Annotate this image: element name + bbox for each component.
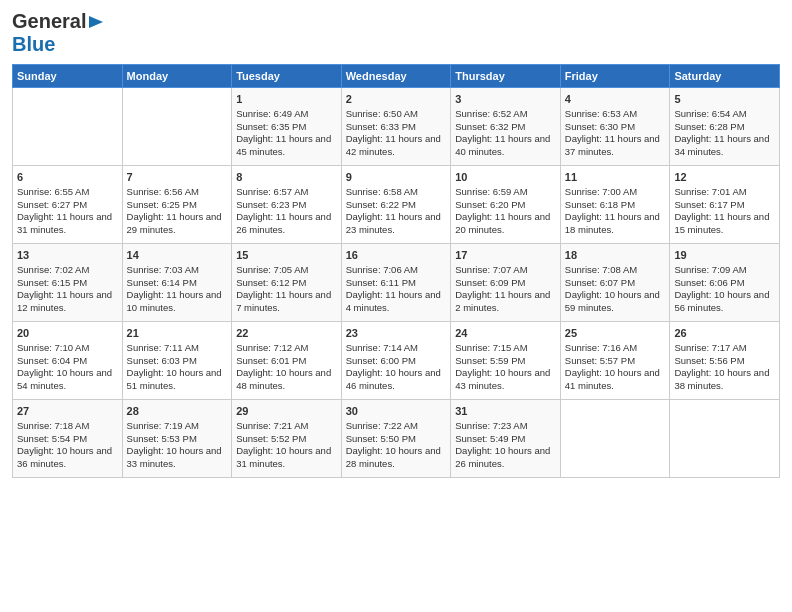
column-header-friday: Friday [560, 65, 670, 88]
calendar-cell: 20Sunrise: 7:10 AMSunset: 6:04 PMDayligh… [13, 322, 123, 400]
day-info: Sunrise: 7:11 AM [127, 342, 228, 355]
day-info: Sunset: 6:33 PM [346, 121, 447, 134]
column-header-sunday: Sunday [13, 65, 123, 88]
day-info: Daylight: 11 hours and 34 minutes. [674, 133, 775, 159]
day-info: Sunrise: 7:15 AM [455, 342, 556, 355]
day-info: Daylight: 11 hours and 4 minutes. [346, 289, 447, 315]
day-number: 6 [17, 170, 118, 185]
day-info: Sunrise: 7:12 AM [236, 342, 337, 355]
day-info: Daylight: 10 hours and 43 minutes. [455, 367, 556, 393]
column-header-thursday: Thursday [451, 65, 561, 88]
calendar-cell: 3Sunrise: 6:52 AMSunset: 6:32 PMDaylight… [451, 88, 561, 166]
column-header-tuesday: Tuesday [232, 65, 342, 88]
day-info: Sunrise: 7:07 AM [455, 264, 556, 277]
day-number: 26 [674, 326, 775, 341]
day-info: Daylight: 10 hours and 36 minutes. [17, 445, 118, 471]
day-info: Daylight: 11 hours and 15 minutes. [674, 211, 775, 237]
day-info: Sunset: 6:07 PM [565, 277, 666, 290]
calendar-cell: 14Sunrise: 7:03 AMSunset: 6:14 PMDayligh… [122, 244, 232, 322]
day-info: Sunrise: 7:05 AM [236, 264, 337, 277]
day-number: 29 [236, 404, 337, 419]
column-header-saturday: Saturday [670, 65, 780, 88]
day-info: Sunrise: 7:19 AM [127, 420, 228, 433]
logo-blue: Blue [12, 33, 55, 55]
day-number: 1 [236, 92, 337, 107]
day-number: 21 [127, 326, 228, 341]
day-info: Daylight: 11 hours and 2 minutes. [455, 289, 556, 315]
day-info: Daylight: 10 hours and 41 minutes. [565, 367, 666, 393]
column-header-wednesday: Wednesday [341, 65, 451, 88]
day-number: 28 [127, 404, 228, 419]
day-number: 14 [127, 248, 228, 263]
day-info: Sunset: 6:01 PM [236, 355, 337, 368]
day-number: 7 [127, 170, 228, 185]
calendar-cell: 22Sunrise: 7:12 AMSunset: 6:01 PMDayligh… [232, 322, 342, 400]
svg-marker-0 [89, 16, 103, 28]
day-info: Sunrise: 7:18 AM [17, 420, 118, 433]
day-info: Sunrise: 7:01 AM [674, 186, 775, 199]
day-info: Sunset: 6:15 PM [17, 277, 118, 290]
day-number: 8 [236, 170, 337, 185]
day-info: Daylight: 11 hours and 31 minutes. [17, 211, 118, 237]
calendar-cell: 1Sunrise: 6:49 AMSunset: 6:35 PMDaylight… [232, 88, 342, 166]
day-info: Daylight: 11 hours and 7 minutes. [236, 289, 337, 315]
calendar-table: SundayMondayTuesdayWednesdayThursdayFrid… [12, 64, 780, 478]
day-info: Daylight: 10 hours and 54 minutes. [17, 367, 118, 393]
day-info: Sunset: 5:56 PM [674, 355, 775, 368]
day-info: Daylight: 10 hours and 46 minutes. [346, 367, 447, 393]
calendar-cell: 30Sunrise: 7:22 AMSunset: 5:50 PMDayligh… [341, 400, 451, 478]
day-number: 11 [565, 170, 666, 185]
day-number: 17 [455, 248, 556, 263]
day-info: Daylight: 11 hours and 37 minutes. [565, 133, 666, 159]
logo-general: General [12, 10, 86, 33]
day-info: Daylight: 10 hours and 48 minutes. [236, 367, 337, 393]
day-info: Daylight: 11 hours and 10 minutes. [127, 289, 228, 315]
day-info: Sunset: 6:14 PM [127, 277, 228, 290]
calendar-cell: 31Sunrise: 7:23 AMSunset: 5:49 PMDayligh… [451, 400, 561, 478]
day-info: Sunrise: 7:22 AM [346, 420, 447, 433]
day-info: Sunrise: 6:50 AM [346, 108, 447, 121]
day-info: Sunset: 6:30 PM [565, 121, 666, 134]
day-info: Sunset: 6:17 PM [674, 199, 775, 212]
day-info: Sunrise: 7:08 AM [565, 264, 666, 277]
calendar-cell: 24Sunrise: 7:15 AMSunset: 5:59 PMDayligh… [451, 322, 561, 400]
day-info: Daylight: 10 hours and 56 minutes. [674, 289, 775, 315]
calendar-header: SundayMondayTuesdayWednesdayThursdayFrid… [13, 65, 780, 88]
day-info: Sunset: 6:18 PM [565, 199, 666, 212]
day-info: Daylight: 11 hours and 23 minutes. [346, 211, 447, 237]
day-info: Sunset: 6:04 PM [17, 355, 118, 368]
calendar-cell: 26Sunrise: 7:17 AMSunset: 5:56 PMDayligh… [670, 322, 780, 400]
day-info: Sunset: 6:28 PM [674, 121, 775, 134]
day-info: Sunset: 5:54 PM [17, 433, 118, 446]
day-info: Daylight: 10 hours and 38 minutes. [674, 367, 775, 393]
day-info: Sunset: 5:49 PM [455, 433, 556, 446]
calendar-cell: 27Sunrise: 7:18 AMSunset: 5:54 PMDayligh… [13, 400, 123, 478]
calendar-week-4: 20Sunrise: 7:10 AMSunset: 6:04 PMDayligh… [13, 322, 780, 400]
calendar-cell: 15Sunrise: 7:05 AMSunset: 6:12 PMDayligh… [232, 244, 342, 322]
calendar-cell: 19Sunrise: 7:09 AMSunset: 6:06 PMDayligh… [670, 244, 780, 322]
day-info: Daylight: 11 hours and 29 minutes. [127, 211, 228, 237]
day-number: 18 [565, 248, 666, 263]
day-info: Sunset: 6:11 PM [346, 277, 447, 290]
day-number: 16 [346, 248, 447, 263]
calendar-cell: 28Sunrise: 7:19 AMSunset: 5:53 PMDayligh… [122, 400, 232, 478]
calendar-week-3: 13Sunrise: 7:02 AMSunset: 6:15 PMDayligh… [13, 244, 780, 322]
day-info: Sunset: 5:52 PM [236, 433, 337, 446]
day-number: 19 [674, 248, 775, 263]
calendar-cell: 11Sunrise: 7:00 AMSunset: 6:18 PMDayligh… [560, 166, 670, 244]
column-header-monday: Monday [122, 65, 232, 88]
calendar-cell: 18Sunrise: 7:08 AMSunset: 6:07 PMDayligh… [560, 244, 670, 322]
calendar-container: General Blue SundayMondayTuesdayWednesda… [0, 0, 792, 612]
day-info: Sunset: 6:20 PM [455, 199, 556, 212]
calendar-week-5: 27Sunrise: 7:18 AMSunset: 5:54 PMDayligh… [13, 400, 780, 478]
calendar-cell: 25Sunrise: 7:16 AMSunset: 5:57 PMDayligh… [560, 322, 670, 400]
day-number: 27 [17, 404, 118, 419]
day-info: Sunset: 6:00 PM [346, 355, 447, 368]
day-info: Sunrise: 7:09 AM [674, 264, 775, 277]
day-info: Daylight: 10 hours and 26 minutes. [455, 445, 556, 471]
day-info: Daylight: 10 hours and 31 minutes. [236, 445, 337, 471]
day-number: 22 [236, 326, 337, 341]
day-info: Sunset: 5:57 PM [565, 355, 666, 368]
day-info: Sunrise: 6:53 AM [565, 108, 666, 121]
day-number: 30 [346, 404, 447, 419]
